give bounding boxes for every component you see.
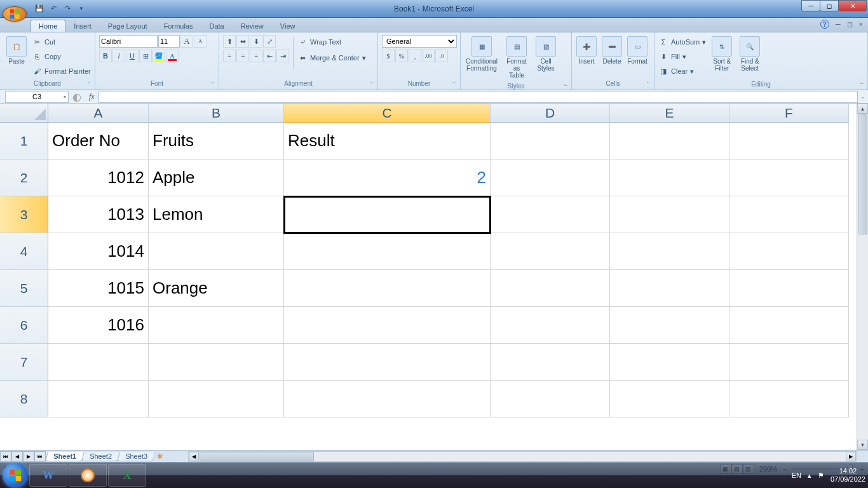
cell-B7[interactable] [149,344,284,381]
taskbar-excel-icon[interactable]: X [108,464,146,487]
row-header-4[interactable]: 4 [0,233,48,270]
ribbon-close-icon[interactable]: × [859,20,863,28]
cell-B2[interactable]: Apple [149,159,284,196]
align-top-button[interactable]: ⬆ [223,35,236,48]
maximize-button[interactable]: ◻ [820,0,839,11]
cell-F6[interactable] [729,307,849,344]
scroll-up-icon[interactable]: ▲ [857,104,868,114]
row-header-7[interactable]: 7 [0,344,48,381]
formula-input[interactable] [98,91,858,103]
tab-insert[interactable]: Insert [65,20,100,32]
cell-A3[interactable]: 1013 [48,196,149,233]
merge-center-button[interactable]: ⬌Merge & Center ▾ [297,51,366,65]
taskbar-app-icon[interactable] [69,464,107,487]
align-left-button[interactable]: ≡ [223,50,236,62]
grow-font-button[interactable]: A [180,35,193,48]
underline-button[interactable]: U [126,50,139,62]
scroll-right-icon[interactable]: ▶ [846,452,856,461]
column-header-B[interactable]: B [149,104,284,123]
delete-cells-button[interactable]: ➖Delete [600,34,624,67]
cell-A2[interactable]: 1012 [48,159,149,196]
cell-B5[interactable]: Orange [149,270,284,307]
column-header-A[interactable]: A [48,104,149,123]
number-format-combo[interactable]: General [382,35,457,48]
paste-button[interactable]: 📋 Paste [3,34,31,67]
cell-D4[interactable] [491,233,610,270]
tab-review[interactable]: Review [233,20,272,32]
align-center-button[interactable]: ≡ [236,50,249,62]
row-header-8[interactable]: 8 [0,381,48,417]
find-select-button[interactable]: 🔍Find & Select [736,34,763,74]
cell-D3[interactable] [491,196,610,233]
horizontal-scrollbar[interactable]: ◀ ▶ [188,451,857,462]
tab-formulas[interactable]: Formulas [156,20,201,32]
cell-A1[interactable]: Order No [48,123,149,159]
cell-F4[interactable] [729,233,849,270]
sheet-tab-sheet1[interactable]: Sheet1 [45,452,85,461]
cell-D1[interactable] [491,123,610,159]
insert-cells-button[interactable]: ➕Insert [574,34,599,67]
tab-home[interactable]: Home [31,20,65,32]
percent-format-button[interactable]: % [395,50,408,62]
taskbar-word-icon[interactable]: W [29,464,67,487]
cell-B4[interactable] [149,233,284,270]
cell-A6[interactable]: 1016 [48,307,149,344]
cell-D7[interactable] [491,344,610,381]
sheet-tab-sheet3[interactable]: Sheet3 [117,452,156,461]
hscroll-thumb[interactable] [200,452,314,461]
cell-B1[interactable]: Fruits [149,123,284,159]
font-color-button[interactable]: A [166,50,179,62]
tray-flag-icon[interactable]: ⚑ [818,471,824,480]
wrap-text-button[interactable]: ⤶Wrap Text [297,35,366,49]
row-header-5[interactable]: 5 [0,270,48,307]
cell-C1[interactable]: Result [284,123,491,159]
cut-button[interactable]: ✂Cut [32,35,91,49]
ribbon-restore-icon[interactable]: ◻ [847,20,853,29]
indent-increase-button[interactable]: ⇥ [276,50,289,62]
autosum-button[interactable]: ΣAutoSum ▾ [658,35,706,49]
column-header-C[interactable]: C [284,104,491,123]
name-box[interactable]: C3 [5,91,69,103]
align-bottom-button[interactable]: ⬇ [250,35,262,48]
sheet-tab-sheet2[interactable]: Sheet2 [81,452,120,461]
shrink-font-button[interactable]: A [194,35,207,48]
cell-B8[interactable] [149,381,284,417]
clear-button[interactable]: ◨Clear ▾ [658,64,706,78]
cell-F3[interactable] [729,196,849,233]
format-cells-button[interactable]: ▭Format [625,34,649,67]
accounting-format-button[interactable]: $ [382,50,395,62]
cell-A4[interactable]: 1014 [48,233,149,270]
copy-button[interactable]: ⎘Copy [32,50,91,64]
fill-color-button[interactable]: 🪣 [153,50,165,62]
fx-cancel-icon[interactable]: ◐ [71,91,83,103]
cell-F8[interactable] [729,381,849,417]
italic-button[interactable]: I [112,50,125,62]
sort-filter-button[interactable]: ⇅Sort & Filter [709,34,735,74]
row-header-2[interactable]: 2 [0,159,48,196]
bold-button[interactable]: B [99,50,112,62]
align-middle-button[interactable]: ⬌ [236,35,249,48]
fx-icon[interactable]: fx [89,92,95,102]
cell-C7[interactable] [284,344,491,381]
vscroll-thumb[interactable] [858,114,867,234]
cell-A5[interactable]: 1015 [48,270,149,307]
comma-format-button[interactable]: , [409,50,421,62]
conditional-formatting-button[interactable]: ▦Conditional Formatting [463,34,500,74]
tray-lang[interactable]: EN [792,471,801,479]
sheet-nav-next[interactable]: ▶ [23,451,34,462]
ribbon-minimize-icon[interactable]: ─ [836,20,841,28]
orientation-button[interactable]: ⤢ [263,35,276,48]
font-name-combo[interactable] [99,35,158,48]
cell-E4[interactable] [610,233,729,270]
formula-expand-icon[interactable]: ⌄ [858,93,868,100]
cell-C5[interactable] [284,270,491,307]
decrease-decimal-button[interactable]: .0 [435,50,448,62]
cell-E1[interactable] [610,123,729,159]
minimize-button[interactable]: ─ [801,0,820,11]
font-size-combo[interactable] [158,35,180,48]
column-header-F[interactable]: F [729,104,849,123]
qat-undo-icon[interactable]: ↶ [47,3,60,15]
increase-decimal-button[interactable]: .00 [422,50,435,62]
start-button[interactable] [3,463,28,488]
select-all-corner[interactable] [0,104,48,123]
